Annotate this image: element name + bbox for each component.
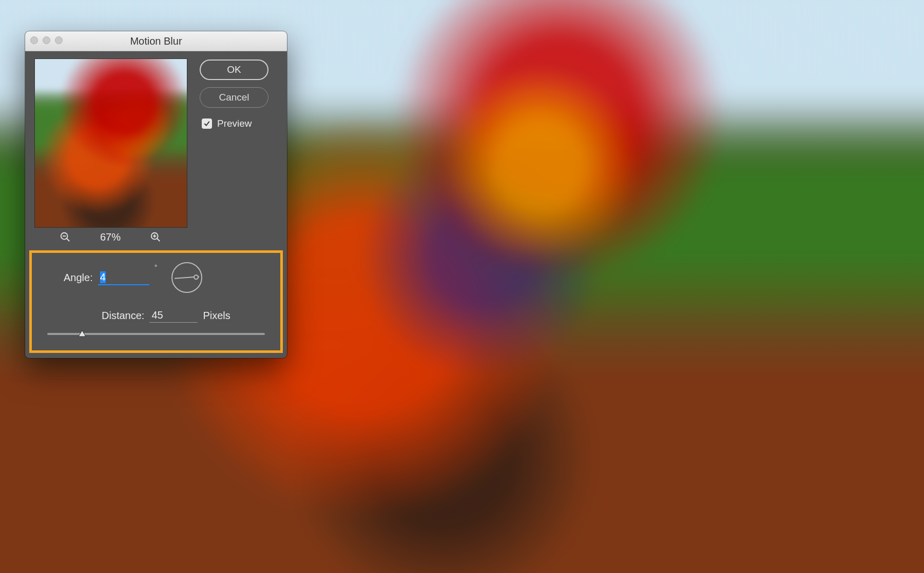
distance-input[interactable] [149, 308, 198, 323]
window-zoom-dot[interactable] [55, 36, 63, 44]
svg-marker-7 [79, 330, 86, 337]
zoom-in-icon[interactable] [149, 231, 162, 243]
checkmark-icon [202, 118, 212, 129]
preview-thumbnail-image [34, 58, 187, 228]
preview-zoom-controls: 67% [34, 228, 186, 243]
dialog-body: 67% OK Cancel [25, 51, 287, 243]
svg-line-1 [67, 239, 70, 242]
svg-line-4 [157, 239, 160, 242]
filter-preview[interactable] [34, 58, 187, 228]
preview-column: 67% [34, 58, 187, 243]
dialog-actions: OK Cancel Preview [200, 58, 268, 243]
dialog-title: Motion Blur [130, 35, 182, 47]
distance-unit: Pixels [203, 310, 230, 322]
zoom-out-icon[interactable] [59, 231, 71, 243]
window-minimize-dot[interactable] [43, 36, 50, 44]
distance-label: Distance: [102, 310, 144, 322]
window-traffic-lights [30, 36, 63, 44]
degree-symbol-icon: ° [155, 263, 158, 271]
angle-label: Angle: [64, 272, 93, 284]
motion-blur-dialog: Motion Blur 67% [25, 31, 287, 358]
angle-input[interactable] [98, 270, 149, 285]
window-close-dot[interactable] [30, 36, 38, 44]
ok-button[interactable]: OK [200, 60, 268, 80]
preview-toggle-label: Preview [217, 118, 252, 129]
distance-slider[interactable] [47, 328, 265, 344]
angle-parameter-row: Angle: ° [42, 262, 270, 293]
dialog-titlebar[interactable]: Motion Blur [25, 31, 287, 51]
distance-parameter-row: Distance: Pixels [42, 308, 270, 323]
zoom-percent: 67% [100, 231, 121, 243]
cancel-button[interactable]: Cancel [200, 87, 268, 108]
angle-dial-control[interactable] [171, 262, 202, 293]
slider-thumb-icon[interactable] [78, 329, 87, 339]
preview-toggle[interactable]: Preview [200, 118, 268, 129]
filter-parameters-highlight: Angle: ° Distance: Pixels [29, 250, 283, 353]
